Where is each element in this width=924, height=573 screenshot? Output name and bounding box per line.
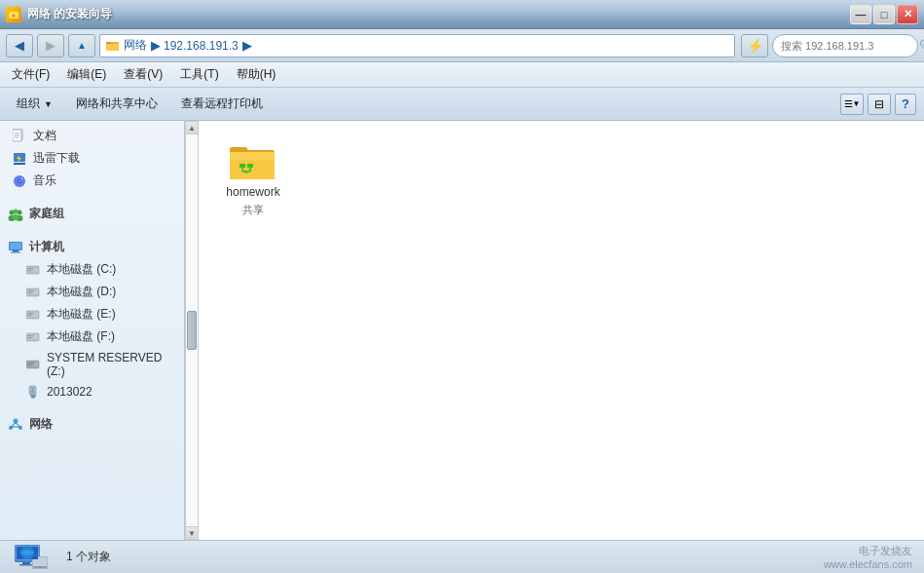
sidebar-item-system-reserved[interactable]: SYSTEM RESERVED (Z:)	[0, 348, 184, 381]
sidebar-item-music-label: 音乐	[33, 172, 56, 189]
scroll-thumb-sidebar[interactable]	[187, 311, 197, 350]
svg-rect-81	[19, 564, 33, 566]
view-dropdown-arrow: ▼	[853, 99, 861, 108]
sidebar-item-drive-f[interactable]: 本地磁盘 (F:)	[0, 325, 184, 348]
search-icon: 🔍	[919, 39, 924, 53]
sidebar-section-network-label: 网络	[29, 416, 53, 433]
svg-point-62	[14, 418, 18, 423]
sidebar-item-documents[interactable]: 文档	[0, 125, 184, 147]
sidebar-item-drive-d-label: 本地磁盘 (D:)	[47, 284, 116, 300]
layout-button[interactable]: ⊟	[868, 94, 891, 115]
homegroup-icon	[8, 207, 23, 222]
view-dropdown-button[interactable]: ☰ ▼	[840, 94, 864, 115]
drive-c-icon	[25, 262, 41, 278]
sidebar-item-2013022-label: 2013022	[47, 385, 92, 399]
close-button[interactable]: ✕	[897, 5, 918, 24]
svg-rect-35	[28, 270, 32, 271]
search-input[interactable]	[781, 40, 915, 52]
remote-printer-button[interactable]: 查看远程打印机	[172, 92, 272, 116]
watermark-line2: www.elecfans.com	[824, 558, 912, 570]
svg-rect-72	[240, 164, 245, 168]
svg-rect-34	[28, 268, 34, 269]
sidebar-item-drive-e-label: 本地磁盘 (E:)	[47, 306, 116, 323]
menu-bar: 文件(F) 编辑(E) 查看(V) 工具(T) 帮助(H)	[0, 62, 924, 88]
folder-icon-container	[230, 142, 277, 181]
sidebar-item-music[interactable]: 音乐	[0, 170, 184, 192]
svg-point-2	[13, 14, 16, 17]
toolbar-right: ☰ ▼ ⊟ ?	[840, 94, 916, 115]
up-button[interactable]: ▲	[68, 34, 95, 57]
svg-rect-50	[28, 337, 32, 338]
maximize-button[interactable]: □	[873, 5, 895, 24]
sidebar-item-drive-c-label: 本地磁盘 (C:)	[47, 261, 116, 278]
svg-rect-45	[28, 315, 32, 316]
title-icon	[6, 7, 21, 22]
organize-button[interactable]: 组织 ▼	[8, 92, 61, 116]
menu-view[interactable]: 查看(V)	[116, 64, 170, 85]
network-center-button[interactable]: 网络和共享中心	[67, 92, 166, 116]
sidebar-item-computer[interactable]: 计算机	[0, 233, 184, 258]
sidebar-item-homegroup[interactable]: 家庭组	[0, 200, 184, 225]
sidebar-item-drive-e[interactable]: 本地磁盘 (E:)	[0, 303, 184, 325]
search-box: 🔍	[772, 34, 918, 57]
sidebar-item-network[interactable]: 网络	[0, 410, 184, 436]
shared-folder-icon	[230, 142, 277, 181]
breadcrumb-segment-ip[interactable]: 192.168.191.3	[164, 39, 239, 53]
computer-icon	[8, 240, 23, 255]
content-pane: homework 共享	[199, 121, 924, 540]
drive-f-icon	[25, 329, 41, 345]
folder-small-icon	[106, 39, 120, 53]
back-button[interactable]: ◀	[6, 34, 33, 57]
menu-help[interactable]: 帮助(H)	[229, 64, 284, 85]
help-button[interactable]: ?	[895, 94, 916, 115]
svg-rect-4	[106, 44, 119, 51]
breadcrumb-segment-network[interactable]: 网络	[124, 37, 147, 54]
status-computer-icon	[12, 543, 51, 572]
svg-rect-54	[28, 363, 34, 363]
svg-rect-44	[28, 313, 34, 314]
network-center-label: 网络和共享中心	[76, 96, 158, 112]
window-controls: — □ ✕	[850, 5, 918, 24]
minimize-button[interactable]: —	[850, 5, 871, 24]
sidebar-item-thunder-label: 迅雷下载	[33, 150, 80, 167]
status-right: 电子发烧友 www.elecfans.com	[824, 544, 912, 570]
scroll-up-arrow[interactable]: ▲	[185, 121, 199, 134]
sidebar-item-drive-f-label: 本地磁盘 (F:)	[47, 328, 115, 345]
svg-point-53	[35, 363, 36, 364]
status-bar: 1 个对象 电子发烧友 www.elecfans.com	[0, 540, 924, 573]
menu-file[interactable]: 文件(F)	[4, 64, 57, 85]
menu-tools[interactable]: 工具(T)	[172, 64, 226, 85]
svg-rect-49	[28, 335, 34, 336]
watermark: 电子发烧友 www.elecfans.com	[824, 544, 912, 570]
svg-point-19	[18, 180, 20, 182]
svg-line-66	[16, 423, 20, 427]
sidebar-item-drive-c[interactable]: 本地磁盘 (C:)	[0, 258, 184, 281]
svg-rect-30	[11, 251, 20, 252]
sidebar-item-2013022[interactable]: 2013022	[0, 381, 184, 402]
remote-printer-label: 查看远程打印机	[181, 96, 263, 112]
svg-point-38	[35, 291, 36, 292]
svg-rect-39	[28, 290, 34, 291]
folder-subtitle: 共享	[242, 203, 264, 217]
layout-icon: ⊟	[874, 97, 884, 111]
scroll-track-sidebar	[186, 134, 198, 526]
refresh-button[interactable]: ⚡	[741, 34, 768, 57]
svg-rect-29	[13, 250, 18, 252]
main-area: 文档 迅雷下载 音乐	[0, 121, 924, 540]
sidebar-item-thunder[interactable]: 迅雷下载	[0, 147, 184, 170]
thunder-icon	[12, 151, 27, 167]
drive-z-icon	[25, 357, 41, 372]
list-item[interactable]: homework 共享	[214, 136, 292, 223]
menu-edit[interactable]: 编辑(E)	[59, 64, 114, 85]
scroll-down-arrow[interactable]: ▼	[185, 526, 199, 540]
title-bar: 网络 的安装向导 — □ ✕	[0, 0, 924, 29]
breadcrumb: 网络 ▶ 192.168.191.3 ▶	[99, 34, 735, 57]
forward-button[interactable]: ▶	[37, 34, 64, 57]
sidebar-item-system-reserved-label: SYSTEM RESERVED (Z:)	[47, 351, 176, 378]
svg-rect-40	[28, 292, 32, 293]
toolbar: 组织 ▼ 网络和共享中心 查看远程打印机 ☰ ▼ ⊟ ?	[0, 88, 924, 121]
address-bar: ◀ ▶ ▲ 网络 ▶ 192.168.191.3 ▶ ⚡ 🔍	[0, 29, 924, 62]
view-dropdown-icon: ☰	[844, 98, 853, 109]
sidebar-item-drive-d[interactable]: 本地磁盘 (D:)	[0, 281, 184, 303]
svg-rect-16	[14, 163, 25, 165]
